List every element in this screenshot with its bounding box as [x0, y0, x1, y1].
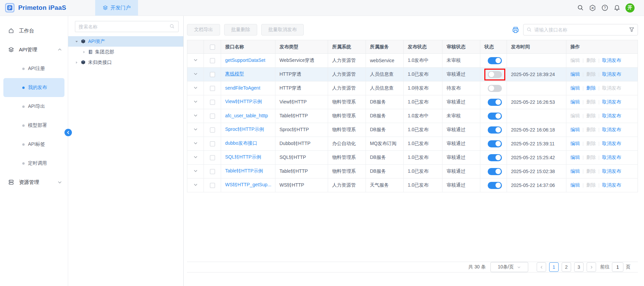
prev-page-button[interactable] — [537, 262, 546, 272]
interface-name-link[interactable]: 离线模型 — [225, 71, 244, 77]
export-doc-button[interactable]: 文档导出 — [187, 24, 220, 35]
filter-funnel-icon[interactable] — [629, 27, 635, 34]
page-number-button[interactable]: 3 — [574, 262, 584, 272]
batch-delete-button[interactable]: 批量删除 — [224, 24, 257, 35]
status-toggle[interactable] — [488, 182, 502, 189]
tree-node-unclassified[interactable]: 未归类接口 — [68, 57, 183, 68]
interface-name-link[interactable]: WS转HTTP_getSup... — [225, 182, 271, 188]
panel-collapse-button[interactable] — [64, 129, 72, 136]
status-toggle[interactable] — [488, 85, 502, 92]
row-expand-icon[interactable] — [193, 58, 198, 62]
caret-right-icon[interactable] — [75, 61, 78, 64]
row-checkbox[interactable] — [210, 141, 215, 146]
status-toggle[interactable] — [488, 154, 502, 161]
interface-name-link[interactable]: getSupportDataSet — [225, 57, 265, 63]
tree-search-input[interactable] — [75, 21, 179, 32]
sidebar-item-workbench[interactable]: 工作台 — [0, 21, 68, 40]
tree-node-api-assets[interactable]: API资产 — [68, 36, 183, 47]
status-toggle[interactable] — [488, 140, 502, 147]
unpublish-link[interactable]: 取消发布 — [602, 85, 621, 91]
edit-link[interactable]: 编辑 — [570, 154, 580, 161]
sidebar-sub-item[interactable]: API导出 — [3, 97, 64, 116]
sidebar-sub-item[interactable]: API标签 — [3, 135, 64, 154]
row-checkbox[interactable] — [210, 58, 215, 63]
unpublish-link[interactable]: 取消发布 — [602, 71, 621, 77]
sidebar-item-resource-management[interactable]: 资源管理 — [0, 173, 68, 192]
sidebar-sub-item[interactable]: API注册 — [3, 59, 64, 78]
notifications-bell-icon[interactable] — [613, 4, 620, 11]
ai-assistant-icon[interactable]: AI — [589, 4, 596, 11]
row-expand-icon[interactable] — [193, 155, 198, 159]
status-toggle[interactable] — [488, 99, 502, 106]
unpublish-link[interactable]: 取消发布 — [602, 141, 621, 147]
interface-name-link[interactable]: dubbo发布接口 — [225, 140, 257, 146]
status-toggle[interactable] — [488, 71, 502, 78]
page-number-button[interactable]: 1 — [549, 262, 559, 272]
user-avatar[interactable]: 开 — [625, 3, 635, 13]
caret-down-icon[interactable] — [75, 40, 78, 43]
search-icon[interactable] — [577, 4, 584, 11]
status-toggle[interactable] — [488, 113, 502, 120]
edit-link[interactable]: 编辑 — [570, 99, 580, 105]
row-checkbox[interactable] — [210, 169, 215, 174]
edit-link[interactable]: 编辑 — [570, 168, 580, 174]
row-expand-icon[interactable] — [193, 99, 198, 104]
edit-link[interactable]: 编辑 — [570, 85, 580, 91]
interface-name-link[interactable]: SQL转HTTP示例 — [225, 154, 261, 160]
delete-link[interactable]: 删除 — [586, 113, 596, 119]
delete-link[interactable]: 删除 — [586, 71, 596, 77]
print-report-icon[interactable] — [512, 26, 519, 33]
row-expand-icon[interactable] — [193, 183, 198, 187]
edit-link[interactable]: 编辑 — [570, 57, 580, 64]
help-icon[interactable]: ? — [601, 4, 608, 11]
edit-link[interactable]: 编辑 — [570, 141, 580, 147]
row-checkbox[interactable] — [210, 155, 215, 160]
sidebar-sub-item[interactable]: 我的发布 — [3, 78, 64, 97]
interface-name-link[interactable]: Sproc转HTTP示例 — [225, 126, 264, 133]
delete-link[interactable]: 删除 — [586, 182, 596, 188]
delete-link[interactable]: 删除 — [586, 99, 596, 105]
row-expand-icon[interactable] — [193, 113, 198, 118]
sidebar-sub-item[interactable]: 模型部署 — [3, 116, 64, 135]
row-expand-icon[interactable] — [193, 169, 198, 173]
row-checkbox[interactable] — [210, 183, 215, 188]
unpublish-link[interactable]: 取消发布 — [602, 168, 621, 174]
row-checkbox[interactable] — [210, 114, 215, 119]
status-toggle[interactable] — [488, 168, 502, 175]
row-checkbox[interactable] — [210, 86, 215, 91]
page-size-select[interactable]: 10条/页 — [490, 262, 528, 272]
row-checkbox[interactable] — [210, 100, 215, 105]
tree-node-group-hq[interactable]: 集团总部 — [68, 47, 183, 57]
delete-link[interactable]: 删除 — [586, 141, 596, 147]
interface-name-link[interactable]: Table转HTTP示例 — [225, 168, 263, 174]
sidebar-item-api-management[interactable]: API管理 — [0, 40, 68, 59]
row-expand-icon[interactable] — [193, 141, 198, 145]
tab-dev-portal[interactable]: 开发门户 — [95, 0, 138, 16]
next-page-button[interactable] — [587, 262, 596, 272]
unpublish-link[interactable]: 取消发布 — [602, 127, 621, 133]
unpublish-link[interactable]: 取消发布 — [602, 182, 621, 188]
select-all-checkbox[interactable] — [210, 45, 215, 50]
delete-link[interactable]: 删除 — [586, 154, 596, 161]
status-toggle[interactable] — [488, 126, 502, 134]
unpublish-link[interactable]: 取消发布 — [602, 154, 621, 161]
page-number-button[interactable]: 2 — [562, 262, 571, 272]
edit-link[interactable]: 编辑 — [570, 113, 580, 119]
delete-link[interactable]: 删除 — [586, 168, 596, 174]
unpublish-link[interactable]: 取消发布 — [602, 113, 621, 119]
edit-link[interactable]: 编辑 — [570, 182, 580, 188]
interface-name-link[interactable]: afc_user_table_htttp — [225, 113, 268, 118]
status-toggle[interactable] — [488, 57, 502, 64]
row-expand-icon[interactable] — [193, 127, 198, 132]
unpublish-link[interactable]: 取消发布 — [602, 99, 621, 105]
interface-name-link[interactable]: View转HTTP示例 — [225, 99, 262, 105]
row-expand-icon[interactable] — [193, 72, 198, 76]
batch-unpublish-button[interactable]: 批量取消发布 — [261, 24, 304, 35]
edit-link[interactable]: 编辑 — [570, 71, 580, 77]
caret-right-icon[interactable] — [82, 50, 86, 54]
goto-page-input[interactable] — [612, 262, 623, 272]
edit-link[interactable]: 编辑 — [570, 127, 580, 133]
interface-search-input[interactable] — [523, 24, 638, 35]
unpublish-link[interactable]: 取消发布 — [602, 57, 621, 64]
delete-link[interactable]: 删除 — [586, 85, 596, 91]
